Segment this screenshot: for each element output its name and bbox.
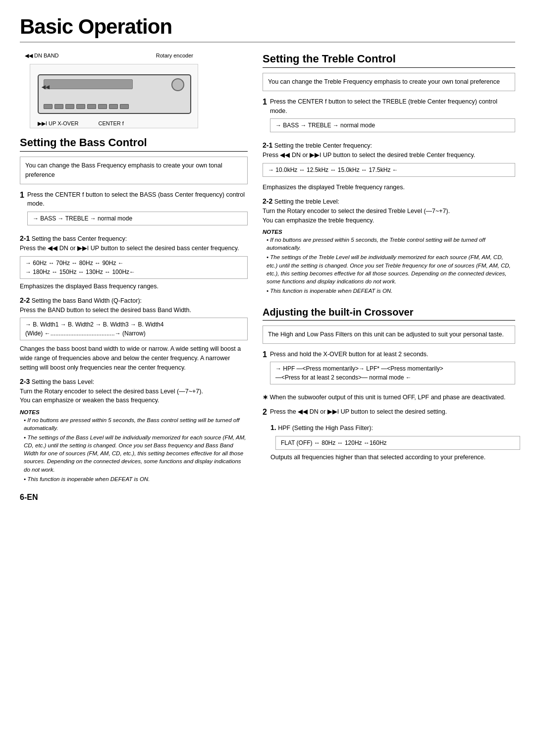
- crossover-section-title: Adjusting the built-in Crossover: [263, 307, 515, 321]
- bass-step1-flow: → BASS → TREBLE → normal mode: [27, 212, 248, 225]
- treble-info-box: You can change the Treble Frequency emph…: [263, 73, 515, 91]
- crossover-sub1-flow: FLAT (OFF) ↔ 80Hz ↔ 120Hz ↔160Hz: [275, 436, 520, 450]
- treble-step1-num: 1: [263, 97, 267, 108]
- device-diagram-container: ◀◀ DN BAND Rotary encoder: [25, 53, 248, 128]
- bass-step2-2: 2-2 Setting the bass Band Width (Q-Facto…: [20, 295, 248, 341]
- page-number: 6-EN: [20, 493, 248, 502]
- bass-step1-text: Press the CENTER f button to select the …: [27, 191, 245, 208]
- bass-width-line1: → B. Width1 → B. Width2 → B. Width3 → B.…: [25, 320, 242, 329]
- bass-step2-1-text: Press the ◀◀ DN or ▶▶I UP button to sele…: [20, 245, 239, 252]
- crossover-sub1-num: 1.: [270, 424, 276, 432]
- label-rotary: Rotary encoder: [156, 53, 193, 59]
- device-diagram: ◀◀ ▶▶I UP X-OVER CENTER f: [30, 64, 198, 128]
- crossover-step1-num: 1: [263, 350, 267, 360]
- bass-step2-1-label: Setting the bass Center frequency:: [32, 235, 127, 242]
- bass-width-line2: (Wide) ←................................…: [25, 329, 242, 338]
- crossover-step2-num: 2: [263, 407, 267, 418]
- treble-step2-1-label: Setting the treble Center frequency:: [274, 142, 372, 149]
- crossover-step1-content: Press and hold the X-OVER button for at …: [270, 350, 515, 388]
- crossover-flow-line1: → HPF —<Press momentarily>→ LPF* —<Press…: [275, 364, 510, 373]
- page-title: Basic Operation: [20, 15, 515, 43]
- label-dn-band: ◀◀ DN BAND: [25, 53, 59, 59]
- treble-step2-2: 2-2 Setting the treble Level: Turn the R…: [263, 196, 515, 225]
- treble-step2-1-emphasize: Emphasizes the displayed Treble frequenc…: [263, 183, 515, 192]
- treble-note-3: This function is inoperable when DEFEAT …: [263, 287, 515, 295]
- bass-step2-2-text: Press the BAND button to select the desi…: [20, 307, 191, 314]
- bass-step2-2-num: 2-2: [20, 296, 30, 304]
- treble-step1-text: Press the CENTER f button to select the …: [270, 98, 497, 114]
- crossover-sub1-result: Outputs all frequencies higher than that…: [270, 454, 485, 461]
- bass-step2-3-text2: You can emphasize or weaken the bass fre…: [20, 397, 159, 404]
- right-column: Setting the Treble Control You can chang…: [263, 53, 515, 466]
- treble-step2-1-text: Press ◀◀ DN or ▶▶I UP button to select t…: [263, 152, 475, 159]
- treble-step2-2-text: Turn the Rotary encoder to select the de…: [263, 208, 450, 215]
- bass-step1: 1 Press the CENTER f button to select th…: [20, 190, 248, 229]
- treble-step1-content: Press the CENTER f button to select the …: [270, 97, 515, 136]
- crossover-step1-text: Press and hold the X-OVER button for at …: [270, 351, 428, 358]
- treble-notes: NOTES If no buttons are pressed within 5…: [263, 229, 515, 295]
- bass-note-2: The settings of the Bass Level will be i…: [20, 433, 248, 473]
- treble-step2-1: 2-1 Setting the treble Center frequency:…: [263, 140, 515, 192]
- bass-notes-title: NOTES: [20, 409, 248, 415]
- treble-note-2: The settings of the Treble Level will be…: [263, 253, 515, 285]
- bass-step1-num: 1: [20, 190, 24, 201]
- bass-step1-content: Press the CENTER f button to select the …: [27, 190, 248, 229]
- bass-note-3: This function is inoperable when DEFEAT …: [20, 475, 248, 483]
- crossover-step2-content: Press the ◀◀ DN or ▶▶I UP button to sele…: [270, 407, 515, 417]
- treble-section-title: Setting the Treble Control: [263, 53, 515, 68]
- treble-note-1: If no buttons are pressed within 5 secon…: [263, 236, 515, 252]
- bass-step2-1-flow: → 60Hz ↔ 70Hz ↔ 80Hz ↔ 90Hz ← → 180Hz ↔ …: [20, 256, 248, 279]
- bass-notes: NOTES If no buttons are pressed within 5…: [20, 409, 248, 483]
- bass-step2-1: 2-1 Setting the bass Center frequency: P…: [20, 233, 248, 291]
- crossover-flow-line2: —<Press for at least 2 seconds>— normal …: [275, 373, 510, 382]
- treble-step2-2-text2: You can emphasize the treble frequency.: [263, 217, 374, 224]
- treble-step2-2-num: 2-2: [263, 197, 272, 205]
- crossover-step1-flow: → HPF —<Press momentarily>→ LPF* —<Press…: [270, 362, 515, 384]
- treble-notes-title: NOTES: [263, 229, 515, 235]
- bass-freq-line1: → 60Hz ↔ 70Hz ↔ 80Hz ↔ 90Hz ←: [25, 259, 242, 268]
- label-up-xover: ▶▶I UP X-OVER: [38, 120, 78, 127]
- bass-freq-line2: → 180Hz ↔ 150Hz ↔ 130Hz ↔ 100Hz←: [25, 268, 242, 276]
- bass-step2-1-emphasize: Emphasizes the displayed Bass frequency …: [20, 282, 248, 291]
- bass-step2-3: 2-3 Setting the bass Level: Turn the Rot…: [20, 377, 248, 406]
- bass-step2-1-num: 2-1: [20, 234, 30, 242]
- band-width-text: Changes the bass boost band width to wid…: [20, 344, 248, 372]
- treble-step2-1-num: 2-1: [263, 141, 272, 149]
- treble-step2-1-flow: → 10.0kHz ↔ 12.5kHz ↔ 15.0kHz ↔ 17.5kHz …: [263, 163, 515, 177]
- bass-step2-2-label: Setting the bass Band Width (Q-Factor):: [32, 297, 142, 304]
- crossover-info-box: The High and Low Pass Filters on this un…: [263, 325, 515, 344]
- crossover-asterisk-note: When the subwoofer output of this unit i…: [269, 394, 505, 401]
- bass-step2-3-num: 2-3: [20, 378, 30, 385]
- crossover-step2-text: Press the ◀◀ DN or ▶▶I UP button to sele…: [270, 408, 447, 415]
- crossover-sub1: 1. HPF (Setting the High Pass Filter): F…: [270, 423, 515, 462]
- crossover-step1: 1 Press and hold the X-OVER button for a…: [263, 350, 515, 388]
- bass-step2-2-flow: → B. Width1 → B. Width2 → B. Width3 → B.…: [20, 318, 248, 340]
- bass-note-1: If no buttons are pressed within 5 secon…: [20, 416, 248, 432]
- label-center-f: CENTER f: [98, 120, 123, 127]
- crossover-sub1-text: HPF (Setting the High Pass Filter):: [278, 425, 373, 432]
- treble-step1: 1 Press the CENTER f button to select th…: [263, 97, 515, 136]
- bass-step2-3-text: Turn the Rotary encoder to select the de…: [20, 388, 203, 395]
- treble-step2-2-label: Setting the treble Level:: [274, 198, 339, 205]
- crossover-step2: 2 Press the ◀◀ DN or ▶▶I UP button to se…: [263, 407, 515, 418]
- treble-step1-flow: → BASS → TREBLE → normal mode: [270, 118, 515, 132]
- bass-info-box: You can change the Bass Frequency emphas…: [20, 157, 248, 184]
- bass-step2-3-label: Setting the bass Level:: [32, 378, 94, 385]
- bass-section-title: Setting the Bass Control: [20, 136, 248, 152]
- left-column: ◀◀ DN BAND Rotary encoder: [20, 53, 248, 502]
